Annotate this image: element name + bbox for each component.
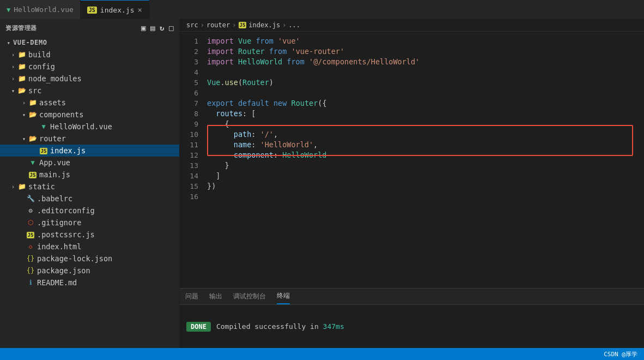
chevron-right-icon: › (9, 184, 17, 190)
collapse-icon[interactable]: □ (169, 23, 174, 32)
babelrc-icon: 🔧 (26, 195, 35, 202)
tab-output[interactable]: 输出 (209, 289, 222, 304)
line-content-5: Vue.use(Router) (207, 77, 644, 88)
sidebar-item-babelrc-label: .babelrc (37, 194, 72, 203)
new-file-icon[interactable]: ▣ (141, 23, 146, 32)
status-bar: CSDN @厚学 (0, 348, 644, 360)
done-badge: DONE (186, 322, 211, 332)
code-line-6: 6 (180, 88, 644, 98)
line-num-10: 10 (180, 129, 207, 140)
sidebar-item-build[interactable]: › 📁 build (0, 49, 179, 61)
editor-icon: ⚙ (26, 207, 35, 214)
line-num-12: 12 (180, 150, 207, 160)
root-label: VUE-DEMO (13, 39, 47, 46)
panel-tabs: 问题 输出 调试控制台 终端 (180, 289, 644, 305)
line-content-10: path: '/', (207, 129, 644, 140)
line-num-5: 5 (180, 77, 207, 88)
sidebar-item-editorconfig[interactable]: ⚙ .editorconfig (0, 205, 179, 217)
line-content-14: ] (207, 171, 644, 181)
sidebar-item-app-vue[interactable]: ▼ App.vue (0, 157, 179, 169)
line-num-16: 16 (180, 191, 207, 202)
sidebar-actions: ▣ ▤ ↻ □ (141, 23, 174, 32)
sidebar-item-postcssrc[interactable]: JS .postcssrc.js (0, 229, 179, 241)
code-line-16: 16 (180, 191, 644, 202)
folder-icon: 📁 (17, 183, 26, 190)
breadcrumb-sep2: › (232, 21, 236, 29)
code-line-7: 7 export default new Router({ (180, 98, 644, 109)
js-icon: JS (28, 171, 37, 178)
tab-debug[interactable]: 调试控制台 (233, 289, 266, 304)
vue-icon: ▼ (39, 123, 48, 130)
sidebar-item-index-js[interactable]: JS index.js (0, 145, 179, 157)
tab-indexjs-label: index.js (100, 6, 135, 14)
close-icon[interactable]: × (137, 5, 142, 14)
line-content-13: } (207, 160, 644, 171)
line-num-8: 8 (180, 109, 207, 119)
sidebar-item-router[interactable]: ▾ 📂 router (0, 133, 179, 145)
sidebar-item-babelrc[interactable]: 🔧 .babelrc (0, 193, 179, 205)
sidebar-item-assets-label: assets (39, 98, 66, 107)
panel-content: DONE Compiled successfully in 347ms (180, 305, 644, 348)
line-num-13: 13 (180, 160, 207, 171)
sidebar-item-config-label: config (28, 62, 55, 71)
sidebar-item-readme-label: README.md (37, 278, 77, 287)
sidebar-item-readme[interactable]: ℹ README.md (0, 277, 179, 289)
sidebar-item-main-js-label: main.js (39, 170, 70, 179)
line-content-15: }) (207, 181, 644, 191)
sidebar: 资源管理器 ▣ ▤ ↻ □ ▾ VUE-DEMO › 📁 build › 📁 c… (0, 19, 180, 348)
sidebar-item-main-js[interactable]: JS main.js (0, 169, 179, 181)
sidebar-item-assets[interactable]: › 📁 assets (0, 97, 179, 109)
sidebar-item-node-modules[interactable]: › 📁 node_modules (0, 73, 179, 85)
bottom-panel: 问题 输出 调试控制台 终端 DONE Compiled successfull… (180, 288, 644, 348)
line-content-6 (207, 88, 644, 98)
sidebar-item-postcssrc-label: .postcssrc.js (37, 230, 95, 239)
code-line-4: 4 (180, 67, 644, 77)
breadcrumb-dots: ... (288, 21, 300, 29)
editor-area: src › router › JS index.js › ... 1 impor… (180, 19, 644, 348)
breadcrumb-src[interactable]: src (186, 21, 198, 29)
tab-indexjs[interactable]: JS index.js × (81, 0, 149, 19)
code-editor[interactable]: 1 import Vue from 'vue' 2 import Router … (180, 32, 644, 288)
tab-problems[interactable]: 问题 (185, 289, 198, 304)
line-content-4 (207, 67, 644, 77)
sidebar-item-package-lock[interactable]: {} package-lock.json (0, 253, 179, 265)
sidebar-item-router-label: router (39, 134, 66, 143)
line-content-9: { (207, 119, 644, 129)
folder-icon: 📂 (28, 135, 37, 142)
sidebar-item-static[interactable]: › 📁 static (0, 181, 179, 193)
sidebar-item-components[interactable]: ▾ 📂 components (0, 109, 179, 121)
sidebar-item-src-label: src (28, 86, 41, 95)
tab-helloworld[interactable]: ▼ HelloWorld.vue (0, 0, 81, 19)
tab-bar: ▼ HelloWorld.vue JS index.js × (0, 0, 644, 19)
line-content-11: name: 'HelloWorld', (207, 140, 644, 150)
sidebar-item-config[interactable]: › 📁 config (0, 61, 179, 73)
folder-icon: 📁 (17, 75, 26, 82)
new-folder-icon[interactable]: ▤ (150, 23, 155, 32)
line-num-3: 3 (180, 57, 207, 67)
tab-terminal[interactable]: 终端 (277, 289, 290, 304)
breadcrumb-router[interactable]: router (206, 21, 230, 29)
code-line-2: 2 import Router from 'vue-router' (180, 46, 644, 57)
breadcrumb-file[interactable]: JS index.js (239, 21, 281, 29)
terminal-time: 347ms (323, 322, 344, 331)
sidebar-item-vue-demo[interactable]: ▾ VUE-DEMO (0, 37, 179, 49)
sidebar-item-package-lock-label: package-lock.json (37, 254, 112, 263)
code-line-5: 5 Vue.use(Router) (180, 77, 644, 88)
status-bar-text: CSDN @厚学 (604, 350, 637, 358)
line-num-4: 4 (180, 67, 207, 77)
folder-icon: 📁 (17, 51, 26, 58)
refresh-icon[interactable]: ↻ (160, 23, 165, 32)
line-content-12: component: HelloWorld (207, 150, 644, 160)
sidebar-item-src[interactable]: ▾ 📂 src (0, 85, 179, 97)
line-num-9: 9 (180, 119, 207, 129)
terminal-text: Compiled successfully in 347ms (216, 322, 344, 331)
sidebar-item-index-html[interactable]: ◇ index.html (0, 241, 179, 253)
sidebar-item-gitignore[interactable]: ⬡ .gitignore (0, 217, 179, 229)
sidebar-item-helloworld-vue[interactable]: ▼ HelloWorld.vue (0, 121, 179, 133)
code-line-3: 3 import HelloWorld from '@/components/H… (180, 57, 644, 67)
md-icon: ℹ (26, 279, 35, 286)
sidebar-item-package-json[interactable]: {} package.json (0, 265, 179, 277)
line-num-11: 11 (180, 140, 207, 150)
js-icon: JS (87, 7, 97, 14)
sidebar-item-app-vue-label: App.vue (39, 158, 70, 167)
